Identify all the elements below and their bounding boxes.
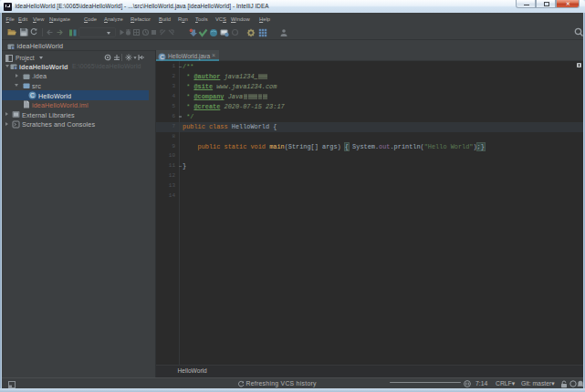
svg-text:C: C	[160, 53, 164, 59]
svg-text:C: C	[30, 92, 35, 98]
